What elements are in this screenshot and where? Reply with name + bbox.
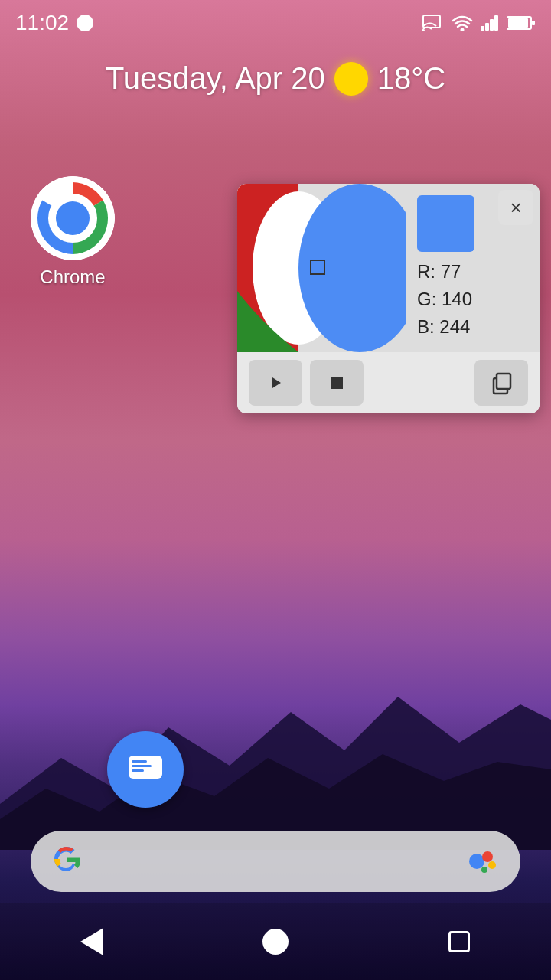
color-canvas[interactable] <box>237 184 406 352</box>
svg-rect-9 <box>532 21 535 25</box>
svg-rect-8 <box>508 18 528 28</box>
messages-icon <box>126 750 165 789</box>
svg-rect-3 <box>481 26 484 31</box>
messages-fab[interactable] <box>107 731 184 808</box>
back-icon <box>80 928 103 956</box>
signal-icon <box>481 15 499 31</box>
stop-button[interactable] <box>310 360 364 406</box>
temperature-text: 18°C <box>377 61 445 96</box>
widget-controls <box>237 352 540 413</box>
r-value: R: 77 <box>417 258 528 286</box>
svg-point-29 <box>481 867 487 873</box>
cast-icon <box>422 15 444 31</box>
date-weather-widget: Tuesday, Apr 20 18°C <box>0 61 551 96</box>
wifi-icon <box>452 15 473 31</box>
rgb-values: R: 77 G: 140 B: 244 <box>417 258 528 341</box>
widget-image-area: R: 77 G: 140 B: 244 <box>237 184 540 352</box>
status-dot-icon <box>77 15 93 31</box>
svg-point-28 <box>488 861 496 869</box>
home-icon <box>262 929 289 955</box>
google-logo <box>50 844 85 879</box>
svg-rect-24 <box>132 765 152 767</box>
play-button[interactable] <box>249 360 302 406</box>
google-assistant-icon[interactable] <box>463 842 501 880</box>
svg-rect-0 <box>423 15 440 28</box>
svg-rect-21 <box>497 374 510 389</box>
battery-icon <box>507 15 536 31</box>
svg-rect-19 <box>331 377 343 389</box>
color-picker-widget: × R: 77 G: 140 <box>237 184 540 413</box>
svg-rect-23 <box>132 760 147 763</box>
status-icons-group <box>422 15 536 31</box>
copy-button[interactable] <box>474 360 528 406</box>
chrome-app-label: Chrome <box>40 266 105 288</box>
svg-point-13 <box>56 201 90 235</box>
chrome-app-icon[interactable]: Chrome <box>31 176 115 288</box>
home-button[interactable] <box>253 919 298 965</box>
svg-point-26 <box>469 854 484 869</box>
search-bar[interactable] <box>31 831 520 892</box>
svg-rect-6 <box>494 15 498 31</box>
close-button[interactable]: × <box>498 190 533 225</box>
svg-point-2 <box>461 28 465 32</box>
status-bar: 11:02 <box>0 0 551 46</box>
navigation-bar <box>0 903 551 980</box>
recents-icon <box>448 931 470 952</box>
svg-rect-25 <box>132 769 144 772</box>
svg-point-1 <box>422 29 425 31</box>
chrome-icon-graphic <box>31 176 115 260</box>
back-button[interactable] <box>69 919 115 965</box>
svg-rect-5 <box>490 19 494 31</box>
sun-icon <box>334 62 368 96</box>
date-text: Tuesday, Apr 20 <box>106 61 325 96</box>
svg-rect-4 <box>485 23 489 31</box>
svg-point-27 <box>482 851 493 862</box>
b-value: B: 244 <box>417 313 528 341</box>
status-time: 11:02 <box>15 11 69 35</box>
close-icon: × <box>510 196 521 220</box>
copy-icon <box>487 369 515 397</box>
recents-button[interactable] <box>436 919 482 965</box>
mountain-silhouette <box>0 635 551 850</box>
g-value: G: 140 <box>417 286 528 313</box>
color-swatch <box>417 195 474 252</box>
